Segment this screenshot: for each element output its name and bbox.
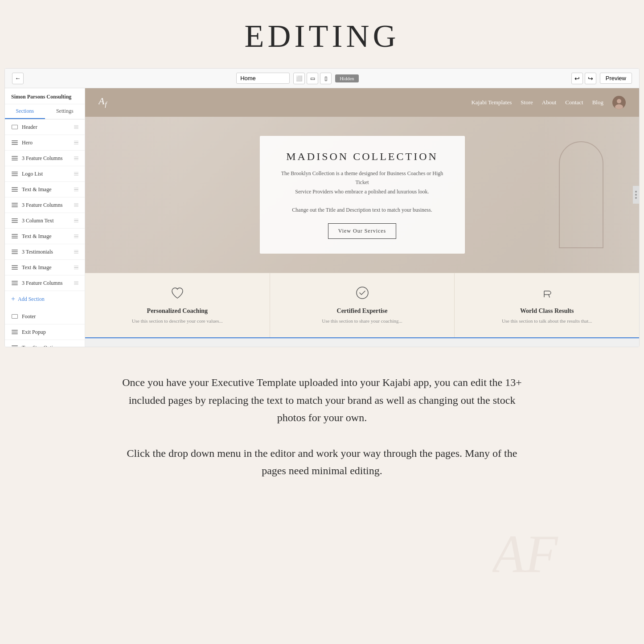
hero-title: MADISON COLLECTION	[280, 151, 445, 163]
svg-text:f: f	[105, 101, 108, 108]
sidebar-item-feature-3[interactable]: 3 Feature Columns	[5, 275, 85, 291]
drag-handle-feature1[interactable]	[74, 156, 78, 160]
sidebar: Simon Parsons Consulting Sections Settin…	[5, 88, 85, 347]
nav-link-templates[interactable]: Kajabi Templates	[471, 99, 512, 106]
mobile-view-button[interactable]: ▯	[320, 73, 332, 84]
feature1-section-icon	[11, 155, 18, 162]
drag-handle-text-image3[interactable]	[74, 266, 78, 270]
sidebar-item-column-text[interactable]: 3 Column Text	[5, 213, 85, 229]
feature-col-3: World Class Results Use this section to …	[455, 273, 639, 337]
svg-point-3	[615, 104, 623, 109]
sidebar-item-feature-1[interactable]: 3 Feature Columns	[5, 151, 85, 166]
tablet-view-button[interactable]: ▭	[307, 73, 318, 84]
page-select[interactable]: Home About Blog Contact	[236, 73, 290, 84]
column-text-icon	[11, 217, 18, 224]
sidebar-item-text-image3-label: Text & Image	[22, 264, 51, 271]
sidebar-item-feature3-label: 3 Feature Columns	[22, 280, 62, 287]
sidebar-item-footer[interactable]: Footer	[5, 309, 85, 324]
sidebar-item-text-image2-label: Text & Image	[22, 233, 51, 240]
feature2-section-icon	[11, 201, 18, 209]
svg-text:A: A	[98, 95, 105, 107]
nav-link-store[interactable]: Store	[521, 99, 533, 106]
drag-handle-feature2[interactable]	[74, 203, 78, 207]
add-section-plus-icon: +	[11, 295, 15, 303]
exit-popup-icon	[11, 328, 18, 336]
sidebar-item-hero[interactable]: Hero	[5, 135, 85, 151]
site-nav: A f Kajabi Templates Store About Contact…	[85, 88, 639, 117]
toolbar-center: Home About Blog Contact ⬜ ▭ ▯ Hidden	[236, 73, 358, 84]
drag-handle-header[interactable]	[74, 125, 78, 129]
drag-handle-column-text[interactable]	[74, 219, 78, 223]
drag-handle-hero[interactable]	[74, 141, 78, 145]
sidebar-item-two-step-label: Two Step Optin	[22, 345, 56, 347]
sidebar-brand: Simon Parsons Consulting	[5, 88, 85, 104]
nav-link-contact[interactable]: Contact	[565, 99, 583, 106]
feature-icon-2	[279, 286, 446, 303]
sidebar-item-feature-2[interactable]: 3 Feature Columns	[5, 197, 85, 213]
undo-button[interactable]: ↩	[571, 73, 583, 84]
sidebar-item-exit-popup-label: Exit Popup	[22, 329, 46, 336]
description-para-1: Once you have your Executive Template up…	[122, 374, 523, 427]
hero-cta-button[interactable]: View Our Services	[328, 223, 397, 239]
sidebar-item-text-image1-label: Text & Image	[22, 186, 51, 193]
watermark-area: AF	[0, 533, 644, 587]
view-icons: ⬜ ▭ ▯	[293, 73, 332, 84]
sidebar-item-testimonials-label: 3 Testimonials	[22, 249, 53, 255]
sidebar-item-exit-popup[interactable]: Exit Popup	[5, 324, 85, 340]
svg-point-4	[357, 287, 368, 299]
sidebar-item-header[interactable]: Header	[5, 119, 85, 135]
sidebar-item-text-image-1[interactable]: Text & Image	[5, 182, 85, 197]
sidebar-item-text-image-2[interactable]: Text & Image	[5, 229, 85, 244]
feature-col-1: Personalized Coaching Use this section t…	[85, 273, 270, 337]
feature-desc-2: Use this section to share your coaching.…	[279, 317, 446, 325]
editor-toolbar: ← Home About Blog Contact ⬜ ▭ ▯ Hidden ↩…	[5, 69, 639, 88]
features-section: Personalized Coaching Use this section t…	[85, 273, 639, 337]
sidebar-item-testimonials[interactable]: 3 Testimonials	[5, 244, 85, 260]
desktop-view-button[interactable]: ⬜	[293, 73, 305, 84]
canvas-drag-handle[interactable]	[633, 186, 639, 204]
add-section-label: Add Section	[18, 296, 45, 303]
feature-icon-1	[94, 286, 261, 303]
hero-arch	[559, 117, 603, 273]
toolbar-right: ↩ ↪ Preview	[571, 73, 632, 84]
logo-list-icon	[11, 170, 18, 177]
add-section-item[interactable]: + Add Section	[5, 291, 85, 307]
description-para-2: Click the drop down menu in the editor a…	[122, 445, 523, 480]
sidebar-item-header-label: Header	[22, 124, 37, 131]
page-title: EDITING	[9, 18, 635, 55]
undo-redo: ↩ ↪	[571, 73, 596, 84]
tab-sections[interactable]: Sections	[5, 104, 45, 119]
svg-point-2	[617, 99, 621, 103]
redo-button[interactable]: ↪	[585, 73, 596, 84]
drag-handle-logo[interactable]	[74, 172, 78, 176]
sidebar-item-text-image-3[interactable]: Text & Image	[5, 260, 85, 275]
text-image2-icon	[11, 233, 18, 240]
drag-handle-testimonials[interactable]	[74, 250, 78, 254]
tab-settings[interactable]: Settings	[45, 104, 85, 119]
svg-text:AF: AF	[492, 533, 558, 581]
text-image3-icon	[11, 264, 18, 271]
sidebar-tabs: Sections Settings	[5, 104, 85, 119]
hero-section-icon	[11, 139, 18, 146]
two-step-icon	[11, 344, 18, 347]
sidebar-item-feature1-label: 3 Feature Columns	[22, 155, 62, 162]
header-section-icon	[11, 123, 18, 131]
hero-description: The Brooklyn Collection is a theme desig…	[280, 169, 445, 214]
preview-button[interactable]: Preview	[600, 73, 632, 84]
drag-handle-feature3[interactable]	[74, 281, 78, 285]
sidebar-item-two-step[interactable]: Two Step Optin	[5, 340, 85, 347]
canvas-area: A f Kajabi Templates Store About Contact…	[85, 88, 639, 347]
back-button[interactable]: ←	[12, 73, 24, 84]
feature-title-1: Personalized Coaching	[94, 308, 261, 315]
feature-icon-3	[464, 286, 630, 303]
nav-link-about[interactable]: About	[542, 99, 557, 106]
drag-handle-text-image1[interactable]	[74, 188, 78, 192]
testimonials-icon	[11, 248, 18, 255]
sidebar-item-logo-list[interactable]: Logo List	[5, 166, 85, 182]
sidebar-item-feature2-label: 3 Feature Columns	[22, 202, 62, 209]
editor-body: Simon Parsons Consulting Sections Settin…	[5, 88, 639, 347]
nav-link-blog[interactable]: Blog	[592, 99, 603, 106]
drag-handle-text-image2[interactable]	[74, 234, 78, 238]
toolbar-left: ←	[12, 73, 24, 84]
hero-content-box: MADISON COLLECTION The Brooklyn Collecti…	[260, 136, 465, 254]
